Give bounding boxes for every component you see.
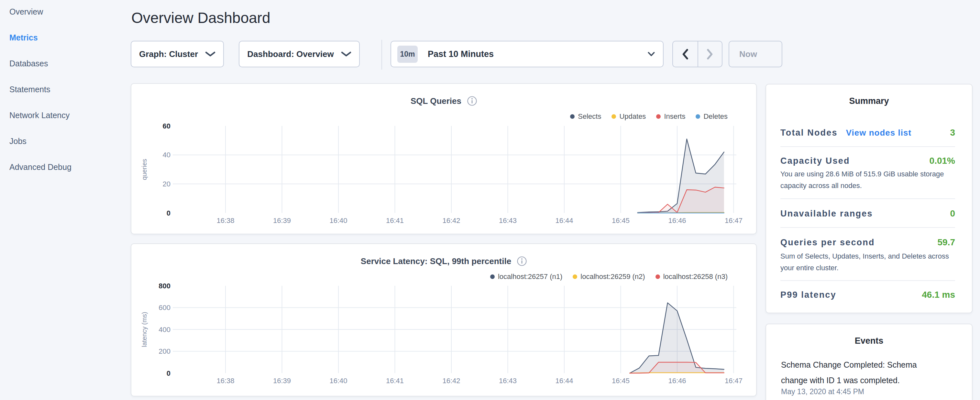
dashboard-dropdown[interactable]: Dashboard: Overview <box>239 41 360 67</box>
summary-row-unavailable-ranges: Unavailable ranges 0 <box>780 207 955 220</box>
x-tick-label: 16:43 <box>499 377 517 385</box>
events-title: Events <box>766 336 972 346</box>
time-range-label: Past 10 Minutes <box>428 49 494 59</box>
x-tick-label: 16:42 <box>442 377 460 385</box>
summary-row-description: Sum of Selects, Updates, Inserts, and De… <box>780 250 958 274</box>
y-tick-label: 0 <box>167 369 170 377</box>
now-button-label: Now <box>739 49 757 59</box>
y-tick-label: 60 <box>163 122 170 130</box>
y-tick-label: 400 <box>159 325 170 334</box>
summary-row-capacity-used: Capacity Used 0.01% <box>780 155 955 167</box>
summary-row-label: Total Nodes <box>780 128 838 138</box>
x-tick-label: 16:43 <box>499 217 517 225</box>
x-tick-label: 16:44 <box>555 217 573 225</box>
x-tick-label: 16:46 <box>668 377 686 385</box>
chevron-down-icon <box>648 52 655 56</box>
divider <box>780 146 955 147</box>
time-range-dropdown[interactable]: 10m Past 10 Minutes <box>390 41 663 67</box>
x-tick-label: 16:45 <box>612 217 630 225</box>
y-tick-label: 0 <box>167 209 170 217</box>
y-tick-label: 600 <box>159 304 170 312</box>
sql-queries-chart-card: SQL Queries SelectsUpdatesInsertsDeletes… <box>131 83 757 234</box>
events-panel: Events Schema Change Completed: Schema c… <box>765 324 972 400</box>
summary-row-value: 46.1 ms <box>922 290 955 300</box>
graph-dropdown[interactable]: Graph: Cluster <box>131 41 224 67</box>
y-tick-label: 800 <box>159 282 170 290</box>
x-tick-label: 16:47 <box>725 217 743 225</box>
sidebar-nav-list: OverviewMetricsDatabasesStatementsNetwor… <box>0 0 123 180</box>
x-tick-label: 16:39 <box>273 377 291 385</box>
x-tick-label: 16:41 <box>386 217 404 225</box>
x-tick-label: 16:38 <box>216 377 234 385</box>
next-time-button[interactable] <box>698 41 722 67</box>
event-message[interactable]: Schema Change Completed: Schema change w… <box>781 357 933 388</box>
sidebar-item-overview[interactable]: Overview <box>0 0 123 25</box>
sidebar-item-network-latency[interactable]: Network Latency <box>0 102 123 128</box>
divider <box>780 280 955 281</box>
service-latency-chart[interactable]: 16:3816:3916:4016:4116:4216:4316:4416:45… <box>131 244 756 396</box>
summary-row-value: 0 <box>950 209 955 219</box>
x-tick-label: 16:42 <box>442 217 460 225</box>
chevron-right-icon <box>707 49 713 59</box>
summary-row-value: 3 <box>950 127 955 138</box>
y-tick-label: 40 <box>163 151 170 159</box>
divider <box>780 227 955 228</box>
sidebar-item-metrics[interactable]: Metrics <box>0 25 123 51</box>
x-tick-label: 16:39 <box>273 217 291 225</box>
chevron-down-icon <box>205 51 215 57</box>
summary-row-label: Capacity Used <box>780 156 850 166</box>
chevron-down-icon <box>341 51 352 57</box>
view-nodes-list-link[interactable]: View nodes list <box>846 128 912 138</box>
x-tick-label: 16:45 <box>612 377 630 385</box>
summary-row-total-nodes: Total Nodes View nodes list 3 <box>780 126 955 139</box>
time-step-buttons <box>672 41 722 67</box>
event-timestamp: May 13, 2020 at 4:45 PM <box>781 385 959 398</box>
summary-row-label: Queries per second <box>780 237 875 247</box>
previous-time-button[interactable] <box>673 41 698 67</box>
sidebar: OverviewMetricsDatabasesStatementsNetwor… <box>0 0 123 180</box>
divider <box>780 198 955 199</box>
x-tick-label: 16:40 <box>329 377 347 385</box>
summary-row-label: P99 latency <box>780 290 836 300</box>
x-tick-label: 16:40 <box>329 217 347 225</box>
dashboard-dropdown-label: Dashboard: Overview <box>247 49 334 59</box>
sidebar-item-advanced-debug[interactable]: Advanced Debug <box>0 154 123 180</box>
sidebar-item-statements[interactable]: Statements <box>0 76 123 102</box>
x-tick-label: 16:44 <box>555 377 573 385</box>
y-axis-label: latency (ms) <box>141 312 148 347</box>
summary-row-queries-per-second: Queries per second 59.7 <box>780 236 955 249</box>
service-latency-chart-card: Service Latency: SQL, 99th percentile lo… <box>131 243 757 397</box>
summary-row-description: You are using 28.6 MiB of 515.9 GiB usab… <box>780 168 958 191</box>
time-range-badge: 10m <box>397 46 418 63</box>
y-tick-label: 200 <box>159 347 170 355</box>
graph-dropdown-label: Graph: Cluster <box>139 49 198 59</box>
summary-row-value: 0.01% <box>929 156 955 166</box>
x-tick-label: 16:41 <box>386 377 404 385</box>
summary-row-label: Unavailable ranges <box>780 209 873 219</box>
x-tick-label: 16:46 <box>668 217 686 225</box>
chevron-left-icon <box>682 49 688 59</box>
y-axis-label: queries <box>141 159 148 180</box>
summary-row-p99-latency: P99 latency 46.1 ms <box>780 288 955 301</box>
sql-queries-chart[interactable]: 16:3816:3916:4016:4116:4216:4316:4416:45… <box>131 84 756 234</box>
x-tick-label: 16:38 <box>216 217 234 225</box>
summary-title: Summary <box>766 96 972 106</box>
summary-row-value: 59.7 <box>938 237 955 247</box>
page-title: Overview Dashboard <box>131 9 270 27</box>
toolbar-divider <box>382 40 382 70</box>
x-tick-label: 16:47 <box>725 377 743 385</box>
y-tick-label: 20 <box>163 180 170 188</box>
summary-panel: Summary Total Nodes View nodes list 3 Ca… <box>765 84 972 313</box>
now-button[interactable]: Now <box>729 41 782 67</box>
sidebar-item-databases[interactable]: Databases <box>0 51 123 76</box>
sidebar-item-jobs[interactable]: Jobs <box>0 128 123 154</box>
